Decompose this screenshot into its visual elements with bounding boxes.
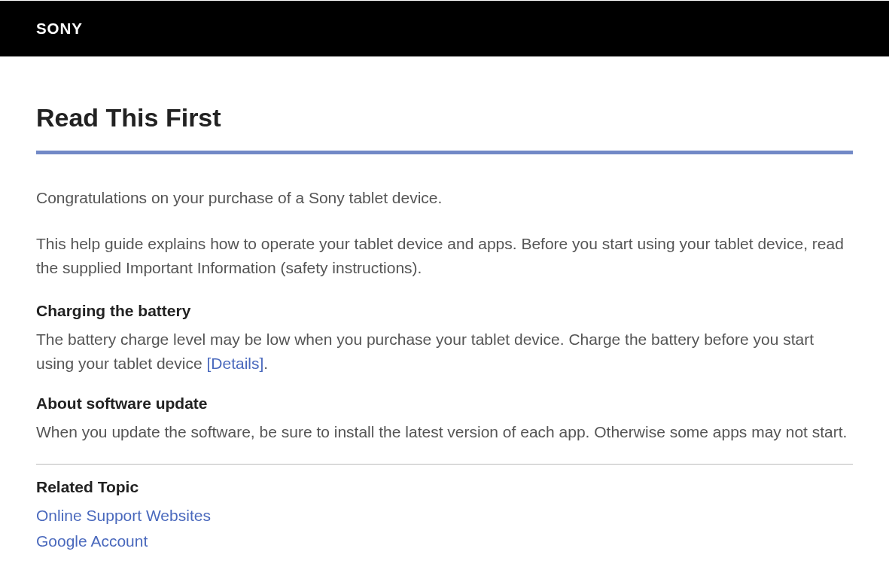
section-text-charging: The battery charge level may be low when… — [36, 328, 853, 376]
related-divider — [36, 464, 853, 465]
content-area: Read This First Congratulations on your … — [0, 103, 889, 550]
related-link-google[interactable]: Google Account — [36, 532, 853, 550]
intro-paragraph-1: Congratulations on your purchase of a So… — [36, 186, 853, 211]
section-heading-charging: Charging the battery — [36, 302, 853, 320]
charging-text-after: . — [263, 355, 268, 372]
section-heading-update: About software update — [36, 395, 853, 413]
svg-text:SONY: SONY — [36, 20, 83, 37]
intro-paragraph-2: This help guide explains how to operate … — [36, 232, 853, 281]
charging-text-before: The battery charge level may be low when… — [36, 331, 814, 373]
related-heading: Related Topic — [36, 478, 853, 496]
page-title: Read This First — [36, 103, 853, 133]
details-link[interactable]: [Details] — [206, 355, 263, 372]
sony-logo: SONY — [36, 20, 142, 38]
header-bar: SONY — [0, 1, 889, 56]
title-divider — [36, 151, 853, 154]
related-link-support[interactable]: Online Support Websites — [36, 507, 853, 525]
section-text-update: When you update the software, be sure to… — [36, 420, 853, 445]
